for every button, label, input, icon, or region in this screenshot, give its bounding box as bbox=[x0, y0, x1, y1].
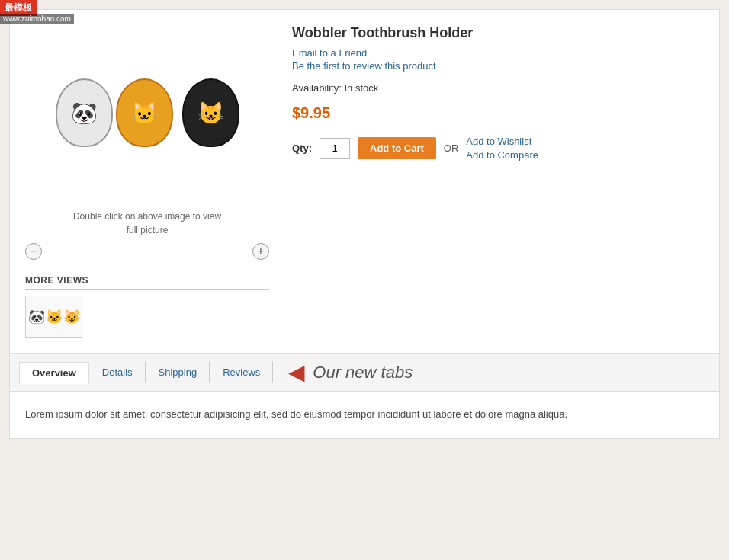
animal-tiger-face: 🐱 bbox=[117, 80, 172, 146]
page-wrapper: 最模板 www.zuimoban.com 🐼 🐱 bbox=[0, 0, 729, 560]
add-to-cart-row: Qty: Add to Cart OR Add to Wishlist Add … bbox=[292, 136, 704, 161]
add-to-cart-button[interactable]: Add to Cart bbox=[358, 137, 436, 159]
review-link[interactable]: Be the first to review this product bbox=[292, 60, 704, 72]
image-caption-line1: Double click on above image to view bbox=[73, 211, 221, 222]
tab-content-text: Lorem ipsum dolor sit amet, consectetur … bbox=[25, 407, 704, 423]
zoom-controls: − + bbox=[25, 237, 269, 266]
new-tabs-label: Our new tabs bbox=[313, 363, 413, 382]
thumbnail-animals: 🐼 🐱 😺 bbox=[28, 309, 80, 325]
thumb-tiger-icon: 🐱 bbox=[46, 309, 63, 325]
product-container: 🐼 🐱 😺 D bbox=[9, 9, 720, 354]
add-to-compare-link[interactable]: Add to Compare bbox=[466, 149, 538, 161]
more-views-title: MORE VIEWS bbox=[25, 275, 269, 290]
image-caption: Double click on above image to view full… bbox=[25, 210, 269, 237]
thumb-cat-icon: 😺 bbox=[63, 309, 80, 325]
tabs-annotation: ◀ Our new tabs bbox=[288, 360, 413, 385]
add-to-wishlist-link[interactable]: Add to Wishlist bbox=[466, 136, 538, 147]
animal-tiger: 🐱 bbox=[116, 78, 173, 147]
animal-badger-face: 🐼 bbox=[57, 80, 111, 146]
availability-value: In stock bbox=[344, 82, 378, 94]
product-info-section: Wobbler Toothbrush Holder Email to a Fri… bbox=[292, 25, 704, 338]
tab-overview[interactable]: Overview bbox=[19, 362, 89, 384]
image-caption-line2: full picture bbox=[127, 225, 169, 235]
thumbnail-grid: 🐼 🐱 😺 bbox=[25, 296, 269, 338]
tab-shipping[interactable]: Shipping bbox=[146, 361, 210, 383]
tab-reviews[interactable]: Reviews bbox=[210, 361, 273, 383]
product-links: Email to a Friend Be the first to review… bbox=[292, 47, 704, 72]
price: $9.95 bbox=[292, 104, 704, 122]
product-title: Wobbler Toothbrush Holder bbox=[292, 25, 704, 41]
thumbnail-item[interactable]: 🐼 🐱 😺 bbox=[25, 296, 82, 338]
product-image: 🐼 🐱 😺 bbox=[44, 33, 250, 193]
main-image-wrapper[interactable]: 🐼 🐱 😺 bbox=[40, 25, 254, 200]
product-top: 🐼 🐱 😺 D bbox=[25, 25, 704, 338]
zoom-in-button[interactable]: + bbox=[252, 243, 269, 260]
qty-input[interactable] bbox=[320, 138, 350, 159]
wishlist-compare: Add to Wishlist Add to Compare bbox=[466, 136, 538, 161]
tabs-container: Overview Details Shipping Reviews ◀ Our … bbox=[9, 354, 720, 439]
animal-cat-face: 😺 bbox=[184, 80, 238, 146]
tab-content: Lorem ipsum dolor sit amet, consectetur … bbox=[10, 392, 719, 438]
more-views-section: MORE VIEWS 🐼 🐱 😺 bbox=[25, 275, 269, 338]
product-image-section: 🐼 🐱 😺 D bbox=[25, 25, 269, 338]
animals-row: 🐼 🐱 😺 bbox=[56, 78, 239, 147]
zoom-out-button[interactable]: − bbox=[25, 243, 42, 260]
availability-label: Availability: bbox=[292, 82, 342, 94]
availability: Availability: In stock bbox=[292, 82, 704, 94]
thumb-badger-icon: 🐼 bbox=[28, 309, 45, 325]
qty-label: Qty: bbox=[292, 142, 312, 154]
tab-details[interactable]: Details bbox=[89, 361, 146, 383]
tabs-header: Overview Details Shipping Reviews ◀ Our … bbox=[10, 354, 719, 392]
email-friend-link[interactable]: Email to a Friend bbox=[292, 47, 704, 59]
arrow-left-icon: ◀ bbox=[288, 360, 305, 385]
watermark-subtitle: www.zuimoban.com bbox=[0, 14, 74, 24]
animal-cat: 😺 bbox=[182, 78, 239, 147]
or-text: OR bbox=[444, 142, 459, 154]
animal-badger: 🐼 bbox=[56, 78, 113, 147]
